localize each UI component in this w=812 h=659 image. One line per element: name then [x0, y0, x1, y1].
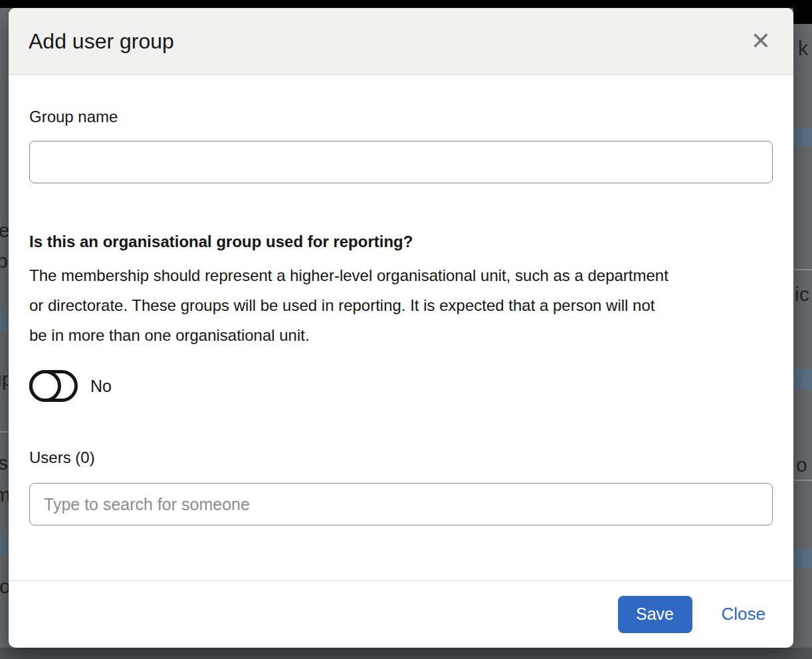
- backdrop-bottom-bar: [0, 648, 812, 659]
- users-count-label: Users (0): [29, 448, 773, 467]
- backdrop-text-fragment: k: [798, 39, 808, 58]
- organisational-question: Is this an organisational group used for…: [29, 233, 773, 251]
- organisational-toggle[interactable]: [29, 370, 78, 402]
- backdrop-top-bar: [793, 0, 812, 24]
- dialog-title: Add user group: [29, 29, 174, 54]
- close-button[interactable]: Close: [722, 604, 765, 624]
- backdrop-table-header-band: [793, 549, 812, 569]
- toggle-knob-icon: [29, 370, 61, 402]
- description-line: be in more than one organisational unit.: [29, 320, 773, 350]
- backdrop-top-bar: [0, 0, 812, 8]
- group-name-input[interactable]: [29, 141, 773, 183]
- save-button[interactable]: Save: [618, 596, 692, 633]
- backdrop-table-header-band: [0, 535, 9, 555]
- dialog-header: Add user group ✕: [9, 8, 793, 75]
- backdrop-divider: [0, 431, 9, 432]
- description-line: The membership should represent a higher…: [29, 260, 773, 290]
- group-name-label: Group name: [29, 108, 773, 126]
- backdrop-text-fragment: s: [0, 453, 8, 473]
- add-user-group-dialog: Add user group ✕ Group name Is this an o…: [9, 8, 793, 648]
- backdrop-divider: [793, 269, 812, 270]
- backdrop-text-fragment: o: [796, 455, 807, 475]
- backdrop-table-header-band: [793, 369, 812, 389]
- dialog-body: Group name Is this an organisational gro…: [9, 75, 793, 580]
- organisational-description: The membership should represent a higher…: [29, 260, 773, 350]
- organisational-toggle-row: No: [29, 370, 773, 402]
- toggle-value-label: No: [90, 377, 112, 396]
- user-search-input[interactable]: [29, 483, 773, 525]
- backdrop-text-fragment: ic: [795, 284, 809, 304]
- backdrop-table-header-band: [0, 312, 9, 331]
- close-icon[interactable]: ✕: [748, 29, 773, 53]
- dialog-footer: Save Close: [9, 580, 793, 648]
- description-line: or directorate. These groups will be use…: [29, 290, 773, 320]
- backdrop-table-header-band: [793, 128, 812, 146]
- backdrop-text-fragment: b: [0, 251, 8, 271]
- backdrop-divider: [793, 480, 812, 481]
